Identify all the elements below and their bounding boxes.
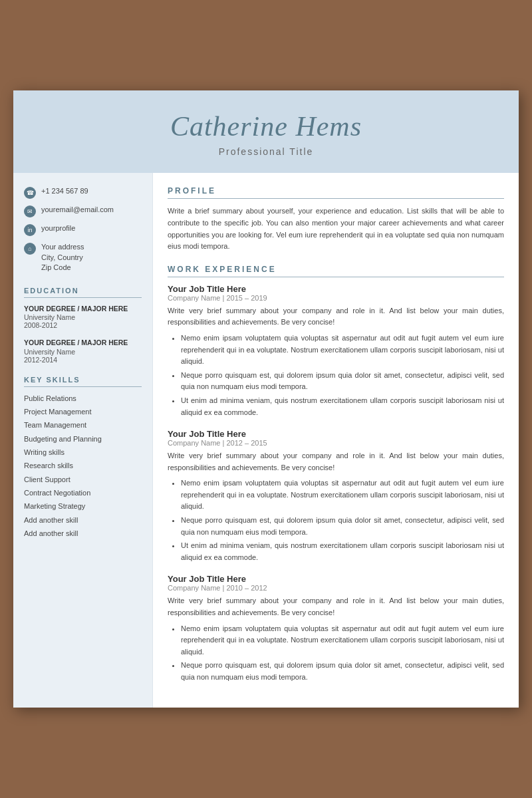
resume-header: Catherine Hems Professional Title: [13, 90, 519, 173]
profile-section-title: PROFILE: [168, 186, 504, 199]
duty-2-1: Nemo enim ipsam voluptatem quia voluptas…: [181, 477, 504, 513]
edu-university-1: University Name: [24, 313, 142, 321]
job-summary-2: Write very brief summary about your comp…: [168, 450, 504, 473]
linkedin-icon: in: [24, 224, 36, 236]
job-entry-3: Your Job Title Here Company Name | 2010 …: [168, 574, 504, 683]
duty-3-2: Neque porro quisquam est, qui dolorem ip…: [181, 660, 504, 683]
work-section-title: WORK EXPERIENCE: [168, 265, 504, 277]
address-text: Your address City, Country Zip Code: [41, 242, 84, 273]
skill-4: Budgeting and Planning: [24, 434, 142, 444]
job-company-1: Company Name | 2015 – 2019: [168, 294, 504, 302]
duty-1-2: Neque porro quisquam est, qui dolorem ip…: [181, 370, 504, 393]
edu-entry-2: YOUR DEGREE / MAJOR HERE University Name…: [24, 338, 142, 364]
job-company-3: Company Name | 2010 – 2012: [168, 584, 504, 592]
resume-body: ☎ +1 234 567 89 ✉ youremail@email.com in…: [13, 173, 519, 707]
skill-7: Client Support: [24, 475, 142, 484]
contact-linkedin: in yourprofile: [24, 223, 142, 236]
skills-list: Public Relations Project Management Team…: [24, 394, 142, 538]
phone-icon: ☎: [24, 187, 36, 199]
edu-years-2: 2012-2014: [24, 356, 142, 364]
job-title-1: Your Job Title Here: [168, 284, 504, 294]
professional-title: Professional Title: [27, 146, 505, 157]
linkedin-text: yourprofile: [41, 223, 75, 233]
resume-page: Catherine Hems Professional Title ☎ +1 2…: [13, 90, 519, 707]
contact-email: ✉ youremail@email.com: [24, 205, 142, 217]
edu-degree-1: YOUR DEGREE / MAJOR HERE: [24, 305, 142, 314]
sidebar: ☎ +1 234 567 89 ✉ youremail@email.com in…: [13, 173, 153, 707]
work-experience-section: WORK EXPERIENCE Your Job Title Here Comp…: [168, 265, 504, 684]
job-title-2: Your Job Title Here: [168, 429, 504, 439]
phone-text: +1 234 567 89: [41, 186, 88, 196]
skill-11: Add another skill: [24, 529, 142, 538]
job-duties-1: Nemo enim ipsam voluptatem quia voluptas…: [168, 332, 504, 418]
skill-8: Contract Negotiation: [24, 488, 142, 497]
duty-3-1: Nemo enim ipsam voluptatem quia voluptas…: [181, 623, 504, 658]
edu-degree-2: YOUR DEGREE / MAJOR HERE: [24, 338, 142, 348]
duty-1-3: Ut enim ad minima veniam, quis nostrum e…: [181, 395, 504, 418]
duty-2-3: Ut enim ad minima veniam, quis nostrum e…: [181, 540, 504, 563]
email-icon: ✉: [24, 205, 36, 217]
job-company-2: Company Name | 2012 – 2015: [168, 439, 504, 447]
edu-years-1: 2008-2012: [24, 321, 142, 329]
skill-2: Project Management: [24, 407, 142, 416]
profile-text: Write a brief summary about yourself, yo…: [168, 205, 504, 252]
main-content: PROFILE Write a brief summary about your…: [153, 173, 519, 707]
job-duties-2: Nemo enim ipsam voluptatem quia voluptas…: [168, 477, 504, 563]
contact-address: ⌂ Your address City, Country Zip Code: [24, 242, 142, 273]
job-entry-1: Your Job Title Here Company Name | 2015 …: [168, 284, 504, 418]
job-summary-1: Write very brief summary about your comp…: [168, 305, 504, 329]
job-entry-2: Your Job Title Here Company Name | 2012 …: [168, 429, 504, 563]
edu-entry-1: YOUR DEGREE / MAJOR HERE University Name…: [24, 305, 142, 330]
duty-2-2: Neque porro quisquam est, qui dolorem ip…: [181, 515, 504, 538]
job-title-3: Your Job Title Here: [168, 574, 504, 584]
email-text: youremail@email.com: [41, 205, 114, 215]
skill-5: Writing skills: [24, 448, 142, 457]
skill-9: Marketing Strategy: [24, 501, 142, 511]
skill-10: Add another skill: [24, 515, 142, 525]
duty-1-1: Nemo enim ipsam voluptatem quia voluptas…: [181, 332, 504, 368]
skill-1: Public Relations: [24, 394, 142, 403]
contact-phone: ☎ +1 234 567 89: [24, 186, 142, 199]
skills-section-title: KEY SKILLS: [24, 376, 142, 387]
location-icon: ⌂: [24, 243, 36, 255]
edu-university-2: University Name: [24, 348, 142, 356]
skill-3: Team Management: [24, 420, 142, 430]
education-section-title: EDUCATION: [24, 287, 142, 298]
candidate-name: Catherine Hems: [27, 110, 505, 142]
job-summary-3: Write very brief summary about your comp…: [168, 595, 504, 618]
skill-6: Research skills: [24, 461, 142, 470]
job-duties-3: Nemo enim ipsam voluptatem quia voluptas…: [168, 623, 504, 684]
contact-list: ☎ +1 234 567 89 ✉ youremail@email.com in…: [24, 186, 142, 273]
